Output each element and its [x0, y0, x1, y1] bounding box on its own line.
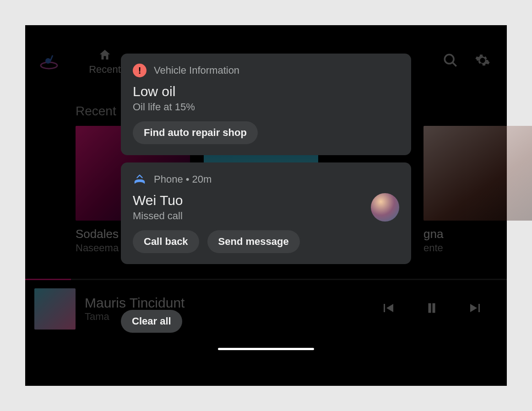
next-track-icon[interactable] — [467, 300, 484, 318]
tab-label: Recent — [89, 64, 121, 76]
album-subtitle: ente — [423, 242, 532, 254]
notification-app-name: Phone • 20m — [154, 173, 212, 185]
notification-actions: Call back Send message — [133, 230, 399, 253]
contact-avatar — [371, 193, 399, 222]
svg-point-1 — [45, 58, 51, 64]
notification-card[interactable]: Phone • 20m Wei Tuo Missed call Call bac… — [121, 162, 411, 264]
clear-all-button[interactable]: Clear all — [121, 310, 182, 333]
notification-subtitle: Missed call — [133, 210, 371, 222]
notification-subtitle: Oil life at 15% — [133, 101, 399, 113]
svg-point-4 — [445, 54, 454, 64]
send-message-button[interactable]: Send message — [207, 230, 300, 253]
playback-controls — [380, 300, 484, 318]
search-icon[interactable] — [443, 53, 461, 71]
progress-fill — [25, 279, 71, 280]
album-art — [423, 126, 532, 221]
gesture-handle[interactable] — [218, 348, 314, 350]
notification-time: 20m — [192, 173, 212, 185]
clear-all-container: Clear all — [121, 310, 182, 333]
notification-actions: Find auto repair shop — [133, 121, 399, 144]
alert-icon: ! — [133, 64, 147, 77]
notification-app-name: Vehicle Information — [154, 65, 239, 76]
notification-app-text: Phone — [154, 173, 183, 185]
notification-header: Phone • 20m — [133, 173, 399, 186]
device-frame: Recent Recent Sodales N — [25, 25, 507, 386]
album-card[interactable]: gna ente — [423, 126, 532, 254]
prev-track-icon[interactable] — [380, 300, 396, 318]
notification-title: Low oil — [133, 84, 399, 99]
now-playing-bar[interactable]: Mauris Tincidunt Tama — [34, 286, 498, 332]
separator-dot: • — [186, 173, 192, 185]
now-playing-art — [34, 288, 76, 330]
find-repair-shop-button[interactable]: Find auto repair shop — [133, 121, 258, 144]
settings-icon[interactable] — [475, 53, 493, 71]
app-logo-icon — [39, 52, 59, 72]
notification-header: ! Vehicle Information — [133, 64, 399, 77]
notification-body: Wei Tuo Missed call — [133, 193, 399, 222]
section-title: Recent — [76, 104, 116, 119]
notification-card[interactable]: ! Vehicle Information Low oil Oil life a… — [121, 54, 411, 155]
album-title: gna — [423, 227, 532, 241]
missed-call-icon — [133, 173, 147, 186]
notification-title: Wei Tuo — [133, 193, 371, 208]
notification-stack: ! Vehicle Information Low oil Oil life a… — [121, 54, 411, 271]
svg-point-0 — [41, 62, 57, 69]
progress-bar[interactable] — [25, 279, 507, 280]
call-back-button[interactable]: Call back — [133, 230, 199, 253]
now-playing-title: Mauris Tincidunt — [85, 295, 380, 311]
pause-icon[interactable] — [423, 300, 440, 318]
